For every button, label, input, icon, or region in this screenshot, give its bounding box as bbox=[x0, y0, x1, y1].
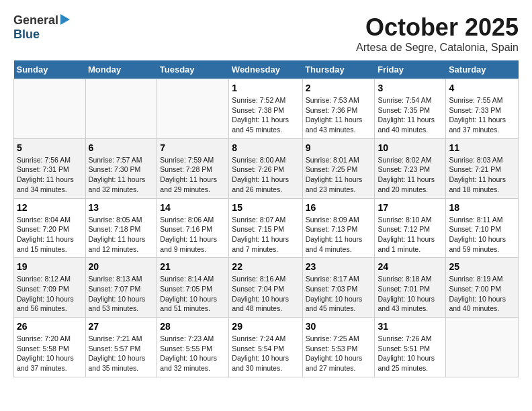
calendar-cell: 27Sunrise: 7:21 AM Sunset: 5:57 PM Dayli… bbox=[85, 318, 157, 377]
day-number: 27 bbox=[89, 321, 154, 332]
day-info: Sunrise: 8:13 AM Sunset: 7:07 PM Dayligh… bbox=[89, 274, 154, 314]
logo-blue: Blue bbox=[13, 28, 40, 42]
day-info: Sunrise: 8:12 AM Sunset: 7:09 PM Dayligh… bbox=[17, 274, 83, 314]
day-info: Sunrise: 7:23 AM Sunset: 5:55 PM Dayligh… bbox=[160, 334, 226, 373]
calendar-cell: 28Sunrise: 7:23 AM Sunset: 5:55 PM Dayli… bbox=[157, 318, 229, 377]
calendar-cell: 13Sunrise: 8:05 AM Sunset: 7:18 PM Dayli… bbox=[85, 198, 157, 258]
day-info: Sunrise: 7:25 AM Sunset: 5:53 PM Dayligh… bbox=[306, 334, 372, 373]
calendar-cell: 14Sunrise: 8:06 AM Sunset: 7:16 PM Dayli… bbox=[157, 198, 229, 258]
weekday-header-tuesday: Tuesday bbox=[157, 60, 229, 79]
weekday-header-thursday: Thursday bbox=[302, 60, 375, 79]
calendar-cell: 10Sunrise: 8:02 AM Sunset: 7:23 PM Dayli… bbox=[375, 138, 446, 198]
calendar-cell: 8Sunrise: 8:00 AM Sunset: 7:26 PM Daylig… bbox=[229, 138, 302, 198]
weekday-header-sunday: Sunday bbox=[14, 60, 86, 79]
day-number: 28 bbox=[160, 321, 226, 332]
calendar-cell bbox=[85, 79, 157, 139]
day-info: Sunrise: 7:56 AM Sunset: 7:31 PM Dayligh… bbox=[17, 155, 83, 195]
calendar-cell: 7Sunrise: 7:59 AM Sunset: 7:28 PM Daylig… bbox=[157, 138, 229, 198]
calendar-cell: 4Sunrise: 7:55 AM Sunset: 7:33 PM Daylig… bbox=[446, 79, 519, 139]
calendar-week-1: 1Sunrise: 7:52 AM Sunset: 7:38 PM Daylig… bbox=[14, 79, 519, 139]
day-number: 20 bbox=[89, 261, 154, 272]
day-info: Sunrise: 7:20 AM Sunset: 5:58 PM Dayligh… bbox=[17, 334, 83, 373]
logo-general: General bbox=[13, 13, 58, 28]
day-info: Sunrise: 7:21 AM Sunset: 5:57 PM Dayligh… bbox=[89, 334, 154, 373]
calendar-cell: 9Sunrise: 8:01 AM Sunset: 7:25 PM Daylig… bbox=[302, 138, 375, 198]
day-number: 9 bbox=[306, 142, 372, 153]
day-number: 23 bbox=[306, 261, 372, 272]
day-info: Sunrise: 7:54 AM Sunset: 7:35 PM Dayligh… bbox=[378, 95, 443, 135]
day-info: Sunrise: 8:14 AM Sunset: 7:05 PM Dayligh… bbox=[160, 274, 226, 314]
day-number: 4 bbox=[449, 83, 515, 93]
calendar-week-3: 12Sunrise: 8:04 AM Sunset: 7:20 PM Dayli… bbox=[14, 198, 519, 258]
day-number: 15 bbox=[232, 202, 299, 213]
calendar-cell: 24Sunrise: 8:18 AM Sunset: 7:01 PM Dayli… bbox=[375, 258, 446, 318]
day-number: 3 bbox=[378, 83, 443, 93]
day-info: Sunrise: 7:59 AM Sunset: 7:28 PM Dayligh… bbox=[160, 155, 226, 195]
day-info: Sunrise: 8:04 AM Sunset: 7:20 PM Dayligh… bbox=[17, 215, 83, 255]
day-number: 5 bbox=[17, 142, 83, 153]
logo-arrow-icon bbox=[60, 14, 70, 25]
calendar-cell: 22Sunrise: 8:16 AM Sunset: 7:04 PM Dayli… bbox=[229, 258, 302, 318]
day-info: Sunrise: 8:17 AM Sunset: 7:03 PM Dayligh… bbox=[306, 274, 372, 314]
logo: General Blue bbox=[13, 13, 70, 42]
calendar-cell: 15Sunrise: 8:07 AM Sunset: 7:15 PM Dayli… bbox=[229, 198, 302, 258]
day-info: Sunrise: 8:16 AM Sunset: 7:04 PM Dayligh… bbox=[232, 274, 299, 314]
calendar-cell: 26Sunrise: 7:20 AM Sunset: 5:58 PM Dayli… bbox=[14, 318, 86, 377]
weekday-header-wednesday: Wednesday bbox=[229, 60, 302, 79]
day-info: Sunrise: 8:00 AM Sunset: 7:26 PM Dayligh… bbox=[232, 155, 299, 195]
calendar-cell: 23Sunrise: 8:17 AM Sunset: 7:03 PM Dayli… bbox=[302, 258, 375, 318]
day-number: 19 bbox=[17, 261, 83, 272]
calendar-cell: 25Sunrise: 8:19 AM Sunset: 7:00 PM Dayli… bbox=[446, 258, 519, 318]
day-info: Sunrise: 8:06 AM Sunset: 7:16 PM Dayligh… bbox=[160, 215, 226, 255]
calendar-cell: 5Sunrise: 7:56 AM Sunset: 7:31 PM Daylig… bbox=[14, 138, 86, 198]
weekday-header-monday: Monday bbox=[85, 60, 157, 79]
day-info: Sunrise: 8:07 AM Sunset: 7:15 PM Dayligh… bbox=[232, 215, 299, 255]
day-number: 12 bbox=[17, 202, 83, 213]
calendar-cell: 3Sunrise: 7:54 AM Sunset: 7:35 PM Daylig… bbox=[375, 79, 446, 139]
day-info: Sunrise: 7:24 AM Sunset: 5:54 PM Dayligh… bbox=[232, 334, 299, 373]
day-number: 13 bbox=[89, 202, 154, 213]
day-info: Sunrise: 8:09 AM Sunset: 7:13 PM Dayligh… bbox=[306, 215, 372, 255]
calendar-cell: 2Sunrise: 7:53 AM Sunset: 7:36 PM Daylig… bbox=[302, 79, 375, 139]
calendar-cell bbox=[157, 79, 229, 139]
day-number: 7 bbox=[160, 142, 226, 153]
calendar-week-2: 5Sunrise: 7:56 AM Sunset: 7:31 PM Daylig… bbox=[14, 138, 519, 198]
day-number: 24 bbox=[378, 261, 443, 272]
day-number: 21 bbox=[160, 261, 226, 272]
day-info: Sunrise: 8:05 AM Sunset: 7:18 PM Dayligh… bbox=[89, 215, 154, 255]
calendar-cell: 11Sunrise: 8:03 AM Sunset: 7:21 PM Dayli… bbox=[446, 138, 519, 198]
day-number: 16 bbox=[306, 202, 372, 213]
header: General Blue October 2025 Artesa de Segr… bbox=[13, 13, 519, 54]
calendar-cell: 16Sunrise: 8:09 AM Sunset: 7:13 PM Dayli… bbox=[302, 198, 375, 258]
day-number: 8 bbox=[232, 142, 299, 153]
calendar-cell: 19Sunrise: 8:12 AM Sunset: 7:09 PM Dayli… bbox=[14, 258, 86, 318]
day-info: Sunrise: 8:10 AM Sunset: 7:12 PM Dayligh… bbox=[378, 215, 443, 255]
day-info: Sunrise: 8:02 AM Sunset: 7:23 PM Dayligh… bbox=[378, 155, 443, 195]
calendar-cell bbox=[14, 79, 86, 139]
day-number: 11 bbox=[449, 142, 515, 153]
calendar-cell: 21Sunrise: 8:14 AM Sunset: 7:05 PM Dayli… bbox=[157, 258, 229, 318]
day-info: Sunrise: 8:19 AM Sunset: 7:00 PM Dayligh… bbox=[449, 274, 515, 314]
day-info: Sunrise: 8:11 AM Sunset: 7:10 PM Dayligh… bbox=[449, 215, 515, 255]
calendar-cell: 30Sunrise: 7:25 AM Sunset: 5:53 PM Dayli… bbox=[302, 318, 375, 377]
day-number: 30 bbox=[306, 321, 372, 332]
weekday-header-friday: Friday bbox=[375, 60, 446, 79]
day-info: Sunrise: 7:57 AM Sunset: 7:30 PM Dayligh… bbox=[89, 155, 154, 195]
day-number: 6 bbox=[89, 142, 154, 153]
calendar-cell: 20Sunrise: 8:13 AM Sunset: 7:07 PM Dayli… bbox=[85, 258, 157, 318]
weekday-header-saturday: Saturday bbox=[446, 60, 519, 79]
calendar-cell: 31Sunrise: 7:26 AM Sunset: 5:51 PM Dayli… bbox=[375, 318, 446, 377]
calendar-cell: 1Sunrise: 7:52 AM Sunset: 7:38 PM Daylig… bbox=[229, 79, 302, 139]
day-number: 22 bbox=[232, 261, 299, 272]
month-title: October 2025 bbox=[356, 13, 519, 42]
calendar-cell: 12Sunrise: 8:04 AM Sunset: 7:20 PM Dayli… bbox=[14, 198, 86, 258]
day-number: 14 bbox=[160, 202, 226, 213]
calendar-week-5: 26Sunrise: 7:20 AM Sunset: 5:58 PM Dayli… bbox=[14, 318, 519, 377]
calendar-table: SundayMondayTuesdayWednesdayThursdayFrid… bbox=[13, 60, 519, 377]
weekday-header-row: SundayMondayTuesdayWednesdayThursdayFrid… bbox=[14, 60, 519, 79]
day-number: 2 bbox=[306, 83, 372, 93]
title-area: October 2025 Artesa de Segre, Catalonia,… bbox=[356, 13, 519, 54]
location-title: Artesa de Segre, Catalonia, Spain bbox=[356, 42, 519, 54]
day-info: Sunrise: 7:53 AM Sunset: 7:36 PM Dayligh… bbox=[306, 95, 372, 135]
day-info: Sunrise: 7:52 AM Sunset: 7:38 PM Dayligh… bbox=[232, 95, 299, 135]
